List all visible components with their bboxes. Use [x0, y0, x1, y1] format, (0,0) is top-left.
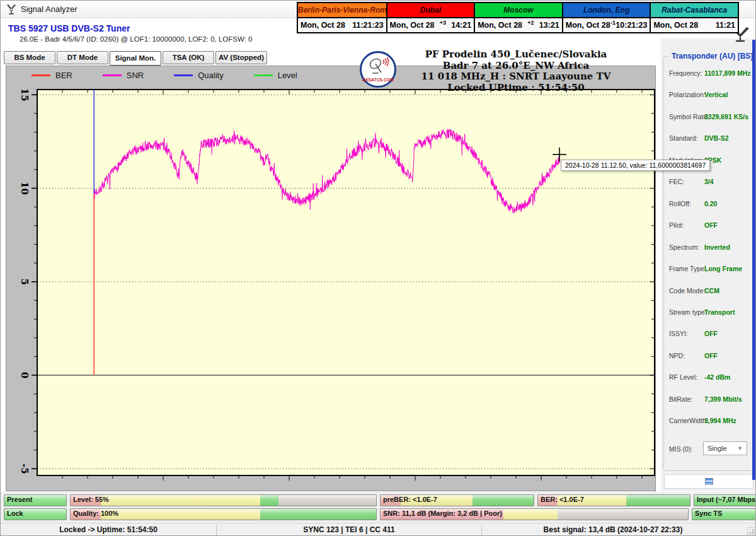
status-bar: Locked -> Uptime: 51:54:50 SYNC 123 | TE…: [1, 523, 756, 536]
meter-label: Input (~7,07 Mbps): [697, 496, 756, 503]
signal-chart[interactable]: 151050-5: [6, 66, 655, 491]
transponder-row: Stream type:Transport: [664, 308, 753, 318]
annotation-line-1: PF Prodelin 450_Lučenec/Slovakia: [390, 49, 642, 61]
meter-present: Present: [4, 494, 67, 506]
status-uptime: Locked -> Uptime: 51:54:50: [1, 523, 216, 536]
clock-time-2: Mon, Oct 28+213:21: [474, 18, 562, 32]
transponder-row-label: NPD:: [669, 352, 685, 359]
status-sync: SYNC 123 | TEI 6 | CC 411: [217, 523, 481, 536]
resize-grip[interactable]: [747, 527, 755, 535]
clock-date: Mon, Oct 28: [478, 21, 522, 30]
meter-ber: BER: <1.0E-7: [537, 494, 690, 506]
transponder-row-value: OFF: [704, 221, 718, 229]
meter-level: Level: 55%: [70, 494, 377, 506]
chart-tooltip: 2024-10-28 11.12.50, value: 11,600000381…: [561, 160, 710, 171]
chevron-down-icon: ▼: [737, 445, 743, 452]
tab-bs-mode[interactable]: BS Mode: [4, 51, 55, 64]
meter-label: SNR: 11,1 dB (Margin: 3,2 dB | Poor): [383, 510, 502, 517]
dxsatcs-logo: DXSATCS.COM: [360, 51, 396, 88]
meter-snr: SNR: 11,1 dB (Margin: 3,2 dB | Poor): [380, 508, 689, 520]
status-best-signal: Best signal: 13,4 dB (2024-10-27 22:33): [482, 523, 744, 536]
transponder-row-label: RollOff:: [669, 200, 691, 207]
tuner-title: TBS 5927 USB DVB-S2 Tuner: [8, 23, 130, 33]
transponder-row-value: 3,994 MHz: [704, 417, 736, 424]
transponder-row-value: Inverted: [704, 243, 730, 251]
tab-signal-mon[interactable]: Signal Mon.: [110, 51, 161, 66]
tab-tsa[interactable]: TSA (OK): [163, 51, 214, 64]
meter-label: BER: <1.0E-7: [541, 496, 584, 503]
right-edge-accent: [752, 40, 755, 480]
legend-snr-line: [103, 74, 122, 76]
tab-dt-mode[interactable]: DT Mode: [57, 51, 108, 64]
transponder-row-value: 7,399 Mbit/s: [704, 395, 742, 403]
mis-selected-value: Single: [707, 445, 727, 452]
meter-label: preBER: <1.0E-7: [383, 496, 437, 503]
legend-ber-line: [32, 74, 50, 76]
transponder-row: Polarization:Vertical: [664, 91, 753, 101]
app-antenna-icon: [6, 4, 17, 15]
transponder-row: Frame Type:Long Frame: [664, 265, 753, 275]
meter-label: Quality: 100%: [73, 510, 118, 517]
logo-text: DXSATCS.COM: [362, 78, 394, 82]
y-axis-label-15: 15: [19, 88, 30, 102]
ts-tool-button[interactable]: [664, 474, 753, 489]
legend-level-line: [254, 74, 273, 76]
annotation-line-4: Locked UPtime : 51:54:50: [390, 83, 642, 94]
clock-time-0: Mon, Oct 2811:21:23: [298, 18, 386, 32]
clock-time-1: Mon, Oct 28+314:21: [386, 18, 474, 32]
meter-lock: Lock: [4, 508, 67, 520]
transponder-row: FEC:3/4: [664, 178, 753, 188]
transponder-row: Pilot:OFF: [664, 221, 753, 231]
mode-tabs: BS Mode DT Mode Signal Mon. TSA (OK) AV …: [4, 51, 267, 66]
transponder-row: Symbol Rate:3329,691 KS/s: [664, 113, 753, 123]
transponder-row: Code Mode:CCM: [664, 287, 753, 297]
chart-legend: BER SNR Quality Level: [32, 71, 328, 80]
clock-city-2: Moscow: [474, 3, 562, 17]
transponder-row-value: Transport: [704, 308, 735, 316]
transponder-row: NPD:OFF: [664, 352, 753, 362]
transponder-row-label: ISSYI:: [669, 330, 688, 337]
chart-panel: BER SNR Quality Level 151050-5: [6, 66, 656, 491]
clock-date: Mon, Oct 28: [301, 21, 345, 30]
legend-level-label: Level: [278, 71, 297, 80]
transponder-row-value: 0.20: [704, 200, 717, 207]
transponder-row-value: OFF: [704, 352, 718, 359]
meter-sync-ts: Sync TS: [692, 508, 756, 520]
transponder-row-label: Standard:: [669, 134, 698, 142]
clock-city-4: Rabat-Casablanca: [650, 3, 738, 17]
y-axis-label-10: 10: [19, 182, 30, 195]
mis-dropdown[interactable]: Single ▼: [703, 441, 747, 455]
transponder-row-label: Symbol Rate:: [669, 113, 709, 120]
meter-input-7-07-mbps-: Input (~7,07 Mbps): [694, 494, 756, 506]
clock-utc-offset: -1: [610, 20, 616, 26]
transponder-row-label: RF Level:: [669, 373, 697, 381]
list-icon: [705, 478, 713, 485]
mis-label: MIS (0):: [669, 445, 692, 453]
meter-label: Lock: [7, 510, 23, 517]
window-title: Signal Analyzer: [21, 4, 77, 14]
transponder-row: Frequency:11017,899 MHz: [664, 69, 753, 79]
y-axis-label-5: 5: [19, 279, 30, 285]
transponder-row-value: 11017,899 MHz: [704, 69, 751, 77]
transponder-row-label: FEC:: [669, 178, 684, 185]
transponder-row-value: CCM: [704, 287, 719, 294]
transponder-row: Standard:DVB-S2: [664, 134, 753, 144]
clock-time: 13:21: [539, 21, 559, 30]
clock-time: 14:21: [451, 21, 471, 30]
transponder-row: CarrierWidth:3,994 MHz: [664, 417, 753, 427]
transponder-row: Spectrum:Inverted: [664, 243, 753, 253]
transponder-title: Transponder (AU) [BS]: [669, 52, 755, 61]
annotation-line-3: 11 018 MHz_H : SNRT Laayoune TV: [390, 71, 642, 83]
legend-quality-label: Quality: [198, 71, 223, 80]
tab-av[interactable]: AV (Stopped): [215, 51, 267, 64]
clock-utc-offset: +3: [434, 20, 451, 26]
transponder-row-value: Long Frame: [704, 265, 742, 272]
meter-label: Present: [7, 496, 32, 503]
transponder-row: RollOff:0.20: [664, 200, 753, 210]
clock-utc-offset: +2: [522, 20, 539, 26]
clock-date: Mon, Oct 28: [653, 21, 698, 30]
clock-date: Mon, Oct 28: [566, 21, 610, 30]
transponder-panel: Transponder (AU) [BS] Frequency:11017,89…: [661, 38, 755, 491]
transponder-row: BitRate:7,399 Mbit/s: [664, 395, 753, 405]
legend-ber-label: BER: [55, 71, 72, 80]
